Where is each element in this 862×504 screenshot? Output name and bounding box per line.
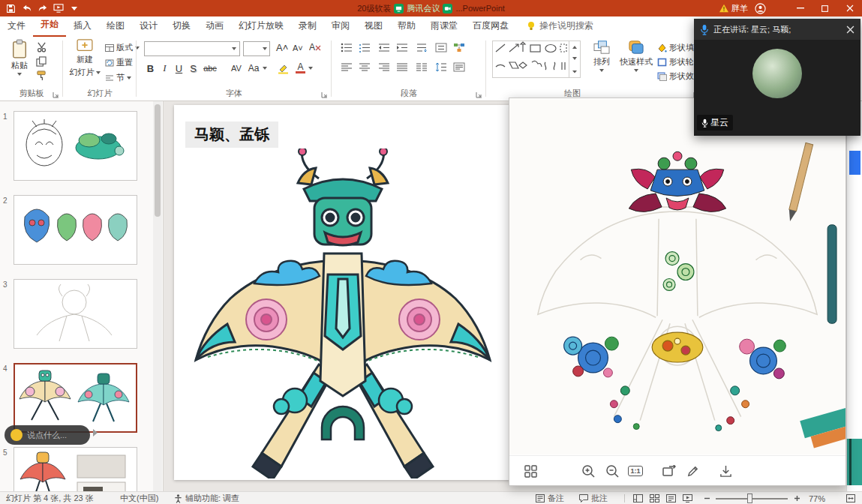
shape-gallery[interactable] bbox=[492, 40, 581, 78]
align-text-icon[interactable] bbox=[435, 43, 447, 52]
section-button[interactable]: 节 bbox=[105, 71, 131, 84]
slide-title-textbox[interactable]: 马颖、孟铄 bbox=[185, 122, 278, 148]
maximize-button[interactable] bbox=[812, 0, 837, 16]
italic-button[interactable]: I bbox=[158, 62, 171, 74]
justify-icon[interactable] bbox=[396, 62, 408, 72]
paragraph-dialog-launcher-icon[interactable] bbox=[476, 92, 482, 98]
slideshow-view-icon[interactable] bbox=[683, 492, 692, 504]
clear-formatting-icon[interactable]: A bbox=[309, 42, 321, 52]
zoom-in-button[interactable] bbox=[794, 492, 800, 504]
new-slide-button[interactable]: 新建 幻灯片 bbox=[68, 39, 102, 78]
bullet-list-icon[interactable] bbox=[341, 43, 353, 52]
clipboard-dialog-launcher-icon[interactable] bbox=[53, 92, 59, 98]
font-dialog-launcher-icon[interactable] bbox=[321, 92, 328, 98]
columns-icon[interactable] bbox=[416, 62, 428, 72]
slide-counter[interactable]: 幻灯片 第 4 张, 共 23 张 bbox=[6, 492, 94, 504]
account-avatar-icon[interactable] bbox=[752, 0, 768, 16]
close-button[interactable] bbox=[837, 0, 862, 16]
warning-icon[interactable] bbox=[719, 4, 729, 13]
cut-icon[interactable] bbox=[36, 42, 47, 52]
quilling-artwork-photo[interactable] bbox=[509, 98, 845, 455]
tab-slideshow[interactable]: 幻灯片放映 bbox=[231, 16, 291, 37]
kite-illustration[interactable] bbox=[182, 148, 504, 478]
comments-button[interactable]: 批注 bbox=[579, 492, 608, 504]
tab-transitions[interactable]: 切换 bbox=[165, 16, 198, 37]
tell-me-search[interactable]: 操作说明搜索 bbox=[521, 16, 599, 37]
strikethrough-button[interactable]: abc bbox=[201, 64, 219, 73]
zoom-in-icon[interactable] bbox=[581, 464, 596, 478]
tab-insert[interactable]: 插入 bbox=[66, 16, 99, 37]
text-shadow-button[interactable]: S bbox=[187, 63, 200, 74]
redo-icon[interactable] bbox=[35, 0, 50, 16]
slideshow-from-start-icon[interactable] bbox=[50, 0, 66, 16]
copy-icon[interactable] bbox=[36, 56, 47, 67]
decrease-indent-icon[interactable] bbox=[378, 43, 390, 52]
layout-button[interactable]: 版式 bbox=[105, 41, 140, 54]
align-left-icon[interactable] bbox=[341, 62, 353, 72]
convert-smartart-icon[interactable] bbox=[453, 43, 465, 52]
increase-indent-icon[interactable] bbox=[396, 43, 408, 52]
gallery-up-icon[interactable] bbox=[572, 46, 577, 49]
save-icon[interactable] bbox=[3, 0, 19, 16]
zoom-out-icon[interactable] bbox=[605, 464, 620, 478]
reset-button[interactable]: 重置 bbox=[105, 56, 133, 69]
accessibility-status[interactable]: 辅助功能: 调查 bbox=[174, 492, 239, 504]
slide-thumbnail-2[interactable] bbox=[14, 195, 137, 265]
line-spacing-icon[interactable] bbox=[435, 62, 447, 72]
grid-view-icon[interactable] bbox=[523, 464, 538, 478]
edit-pen-icon[interactable] bbox=[685, 464, 700, 478]
paste-button[interactable]: 粘贴 bbox=[6, 39, 33, 76]
tab-draw[interactable]: 绘图 bbox=[99, 16, 132, 37]
slide-sorter-view-icon[interactable] bbox=[650, 492, 659, 504]
chat-collapse-icon[interactable] bbox=[93, 429, 98, 436]
tab-record[interactable]: 录制 bbox=[291, 16, 324, 37]
text-direction-icon[interactable] bbox=[416, 43, 428, 52]
meeting-chat-input[interactable]: 说点什么... bbox=[5, 425, 90, 445]
language-indicator[interactable]: 中文(中国) bbox=[120, 492, 158, 504]
slide-thumbnail-1[interactable] bbox=[14, 111, 137, 181]
rotate-copy-icon[interactable] bbox=[662, 464, 677, 478]
tab-help[interactable]: 帮助 bbox=[390, 16, 423, 37]
align-center-icon[interactable] bbox=[359, 62, 371, 72]
thumbnail-scrollbar-thumb[interactable] bbox=[155, 104, 161, 217]
tab-rain-classroom[interactable]: 雨课堂 bbox=[423, 16, 465, 37]
underline-button[interactable]: U bbox=[173, 63, 185, 74]
customize-qat-caret-icon[interactable] bbox=[66, 0, 82, 16]
shape-gallery-scroll[interactable] bbox=[569, 41, 580, 77]
tab-review[interactable]: 审阅 bbox=[324, 16, 357, 37]
format-painter-icon[interactable] bbox=[36, 70, 47, 81]
character-spacing-button[interactable]: AV bbox=[228, 64, 245, 73]
decrease-font-size-icon[interactable]: A˅ bbox=[293, 44, 303, 52]
download-icon[interactable] bbox=[718, 464, 733, 478]
normal-view-icon[interactable] bbox=[633, 492, 643, 504]
undo-icon[interactable] bbox=[19, 0, 35, 16]
gallery-down-icon[interactable] bbox=[572, 57, 577, 60]
zoom-slider-thumb[interactable] bbox=[747, 494, 752, 503]
slide-thumbnail-4-selected[interactable] bbox=[14, 363, 137, 433]
slide-thumbnail-3[interactable] bbox=[14, 279, 137, 349]
arrange-button[interactable]: 排列 bbox=[587, 40, 617, 72]
notes-button[interactable]: 备注 bbox=[536, 492, 564, 504]
tab-view[interactable]: 视图 bbox=[357, 16, 390, 37]
meeting-close-icon[interactable] bbox=[846, 26, 854, 34]
slide-thumbnail-5[interactable] bbox=[14, 447, 137, 491]
shape-text-layout-icon[interactable] bbox=[453, 62, 465, 72]
quick-styles-button[interactable]: 快速样式 bbox=[618, 40, 654, 72]
tab-design[interactable]: 设计 bbox=[132, 16, 165, 37]
fit-to-window-icon[interactable] bbox=[846, 492, 855, 504]
account-user-name[interactable]: 胖羊 bbox=[731, 3, 748, 14]
vertical-scrollbar-thumb[interactable] bbox=[849, 151, 860, 175]
highlight-color-icon[interactable] bbox=[278, 63, 290, 74]
font-name-input[interactable] bbox=[144, 41, 240, 56]
reading-view-icon[interactable] bbox=[666, 492, 676, 504]
align-right-icon[interactable] bbox=[378, 62, 390, 72]
tab-animations[interactable]: 动画 bbox=[198, 16, 231, 37]
font-color-button[interactable]: A bbox=[296, 63, 305, 74]
actual-size-icon[interactable]: 1:1 bbox=[628, 464, 643, 478]
thumbnail-scrollbar[interactable] bbox=[153, 101, 162, 491]
emoji-icon[interactable] bbox=[11, 429, 23, 441]
bold-button[interactable]: B bbox=[144, 63, 157, 74]
zoom-percentage[interactable]: 77% bbox=[809, 492, 825, 504]
numbered-list-icon[interactable] bbox=[359, 43, 371, 52]
tab-baidu-netdisk[interactable]: 百度网盘 bbox=[465, 16, 516, 37]
